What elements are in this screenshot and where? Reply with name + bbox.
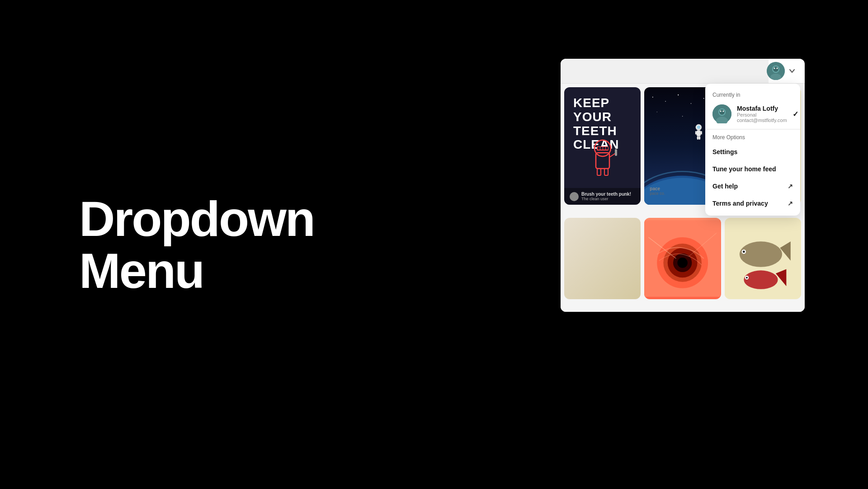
external-link-icon-help: ↗ (788, 183, 793, 190)
svg-rect-33 (699, 136, 701, 140)
svg-point-62 (746, 277, 748, 278)
dropdown-item-help-label: Get help (712, 183, 738, 190)
svg-point-19 (678, 94, 679, 95)
dropdown-user-info: Mostafa Lotfy Personal contact@mstflotfy… (737, 105, 787, 123)
svg-rect-9 (598, 147, 600, 150)
search-bar[interactable] (561, 59, 769, 83)
fish2-svg (725, 218, 801, 299)
svg-point-20 (691, 103, 692, 104)
svg-rect-30 (695, 131, 697, 135)
dropdown-more-options-label: More Options (705, 129, 800, 143)
svg-rect-11 (603, 147, 605, 150)
svg-point-21 (703, 98, 704, 99)
app-mockup: KEEP YOUR TEETH CLEAN (561, 59, 805, 312)
svg-rect-12 (606, 147, 608, 150)
check-icon: ✓ (793, 110, 798, 118)
space-text2: pace co. (650, 191, 665, 196)
avatar-image (767, 62, 785, 80)
dropdown-menu: Currently in Mostafa Lotfy Personal cont… (705, 84, 800, 216)
dropdown-item-settings[interactable]: Settings (705, 143, 800, 160)
svg-rect-10 (600, 147, 603, 150)
card-teeth: KEEP YOUR TEETH CLEAN (564, 87, 641, 205)
avatar-face (767, 62, 785, 80)
svg-point-5 (777, 68, 778, 69)
hero-title-line1: Dropdown (79, 191, 314, 246)
vortex-svg (644, 218, 721, 299)
card-footer: Brush your teeth punk! The clean user (564, 188, 641, 205)
svg-point-24 (682, 116, 683, 116)
dropdown-avatar-image (712, 104, 731, 123)
svg-point-67 (720, 111, 722, 112)
svg-rect-31 (701, 131, 702, 135)
dropdown-user-email: contact@mstflotfy.com (737, 118, 787, 123)
card-footer-user: The clean user (581, 197, 631, 201)
svg-point-59 (743, 250, 745, 253)
dropdown-item-settings-label: Settings (712, 148, 737, 155)
external-link-icon-terms: ↗ (788, 200, 793, 207)
svg-point-66 (719, 109, 725, 115)
dropdown-user-name: Mostafa Lotfy (737, 105, 787, 112)
svg-point-17 (652, 97, 653, 98)
chevron-down-icon[interactable] (787, 66, 797, 76)
dropdown-user-row[interactable]: Mostafa Lotfy Personal contact@mstflotfy… (705, 101, 800, 129)
svg-point-3 (773, 66, 778, 72)
svg-point-34 (697, 126, 701, 129)
hero-title-line2: Menu (79, 243, 203, 298)
svg-rect-32 (697, 136, 699, 140)
card-bottom-fish (725, 218, 801, 299)
dropdown-item-tune[interactable]: Tune your home feed (705, 160, 800, 178)
svg-point-68 (723, 111, 724, 112)
svg-rect-29 (697, 130, 701, 136)
card-vortex (644, 218, 721, 299)
avatar[interactable] (767, 62, 785, 80)
app-header (561, 59, 805, 84)
dropdown-user-type: Personal (737, 112, 787, 118)
svg-point-60 (744, 270, 778, 289)
svg-rect-14 (604, 169, 608, 175)
space-card-text: pace pace co. (650, 186, 665, 196)
dropdown-item-terms-label: Terms and privacy (712, 200, 768, 207)
hero-section: Dropdown Menu (0, 0, 339, 489)
card-bottom-left (564, 218, 641, 299)
dropdown-section-label: Currently in (705, 87, 800, 101)
svg-point-4 (774, 68, 775, 69)
hero-title: Dropdown Menu (79, 193, 314, 297)
card-footer-title: Brush your teeth punk! (581, 192, 631, 197)
dropdown-item-terms[interactable]: Terms and privacy ↗ (705, 195, 800, 212)
svg-rect-16 (615, 149, 617, 156)
svg-point-57 (740, 241, 782, 267)
space-text1: pace (650, 186, 665, 191)
dropdown-user-avatar (712, 104, 731, 123)
svg-point-22 (657, 112, 657, 112)
svg-point-53 (678, 258, 688, 268)
mascot-svg (587, 139, 618, 180)
user-mini-avatar (570, 192, 579, 201)
svg-rect-13 (597, 169, 601, 175)
dropdown-item-help[interactable]: Get help ↗ (705, 178, 800, 195)
svg-point-18 (665, 101, 666, 102)
dropdown-item-tune-label: Tune your home feed (712, 165, 776, 173)
